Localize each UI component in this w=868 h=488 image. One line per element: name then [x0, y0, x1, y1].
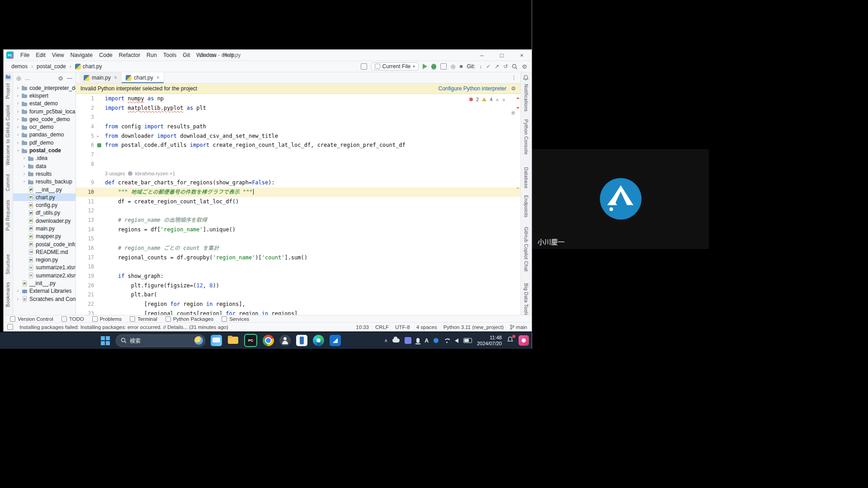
error-stripe-mark[interactable] [517, 107, 519, 108]
onedrive-icon[interactable] [392, 338, 400, 343]
close-tab-icon[interactable]: × [114, 75, 117, 81]
tree-item-ocr-demo[interactable]: ›ocr_demo [13, 123, 75, 131]
tree-chevron-icon[interactable]: › [16, 117, 20, 122]
toolwindow-button-terminal[interactable]: Terminal [130, 316, 157, 322]
tree-chevron-icon[interactable]: › [22, 164, 26, 169]
tree-item-config-py[interactable]: config.py [13, 201, 75, 209]
file-encoding[interactable]: UTF-8 [395, 324, 410, 330]
tree-item-forum-pc5bai-local[interactable]: ›forum_pc5bai_local_ [13, 108, 75, 115]
tree-item-geo-code-demo[interactable]: ›geo_code_demo [13, 115, 75, 123]
edge-button[interactable] [313, 335, 324, 346]
tool-stripe-commit[interactable]: Commit [5, 174, 10, 191]
tab-list-icon[interactable]: ⋮ [511, 74, 517, 81]
configure-interpreter-link[interactable]: Configure Python interpreter [438, 85, 506, 92]
interpreter-widget[interactable]: Python 3.11 (new_project) [443, 324, 504, 330]
search-everywhere-icon[interactable] [512, 64, 518, 70]
error-stripe-mark[interactable] [517, 98, 519, 99]
tree-chevron-icon[interactable]: › [22, 156, 26, 160]
recording-app-icon[interactable] [519, 335, 529, 346]
tree-chevron-icon[interactable]: › [16, 109, 20, 114]
clock-widget[interactable]: 11:48 2024/07/20 [477, 335, 502, 347]
code-editor[interactable]: 1import numpy as np2import matplotlib.py… [76, 94, 520, 315]
tool-stripe-welcome-to-github-copilot[interactable]: Welcome to GitHub Copilot [5, 105, 10, 165]
notifications-bell-icon[interactable] [523, 75, 529, 82]
fold-arrow-icon[interactable] [97, 131, 102, 141]
tree-item-init-py[interactable]: __init__.py [13, 279, 75, 287]
teams-icon[interactable] [405, 337, 411, 344]
tree-chevron-icon[interactable]: › [22, 172, 26, 176]
volume-icon[interactable] [455, 338, 458, 343]
tree-chevron-icon[interactable]: › [16, 149, 20, 153]
tree-item-data[interactable]: ›data [13, 162, 75, 170]
tree-item-pdf-demo[interactable]: ›pdf_demo [13, 139, 75, 146]
breadcrumb-chart-py[interactable]: chart.py [74, 63, 104, 70]
battery-icon[interactable] [463, 338, 472, 343]
menu-refactor[interactable]: Refactor [116, 51, 143, 59]
task-view-button[interactable] [211, 335, 222, 346]
tree-item-scratches-and-consoles[interactable]: ›Scratches and Consoles [13, 295, 75, 303]
project-options-icon[interactable]: ◎ [16, 75, 21, 81]
project-settings-gear-icon[interactable]: ⚙ [58, 75, 63, 81]
tree-item-idea[interactable]: ›.idea [13, 155, 75, 162]
menu-navigate[interactable]: Navigate [67, 51, 96, 59]
editor-menu-icon[interactable]: ≡ [511, 109, 515, 116]
file-explorer-button[interactable] [227, 335, 239, 346]
git-branch-widget[interactable]: main [510, 324, 527, 330]
tree-item-results-backup[interactable]: ›results_backup [13, 178, 75, 186]
tree-chevron-icon[interactable]: › [16, 125, 20, 129]
tree-item-mapper-py[interactable]: mapper.py [13, 233, 75, 240]
tab-chart-py[interactable]: chart.py× [122, 72, 164, 83]
tool-stripe-database[interactable]: Database [524, 167, 529, 188]
tree-chevron-icon[interactable]: › [22, 179, 26, 184]
tree-item-postal-code-info[interactable]: postal_code_info [13, 240, 75, 248]
hide-panel-icon[interactable]: — [67, 75, 72, 81]
tool-stripe-big-data-tools[interactable]: Big Data Tools [524, 283, 529, 315]
toolwindow-button-todo[interactable]: TODO [61, 316, 84, 322]
toolwindow-button-problems[interactable]: Problems [92, 316, 122, 322]
pycharm-taskbar-button[interactable]: PC [244, 334, 257, 347]
tree-item-results[interactable]: ›results [13, 170, 75, 178]
start-button[interactable] [100, 336, 110, 346]
tree-item-pandas-demo[interactable]: ›pandas_demo [13, 131, 75, 139]
contacts-button[interactable] [279, 335, 291, 346]
pinned-app-button[interactable] [330, 335, 341, 346]
tool-stripe-project[interactable]: Project [5, 83, 10, 99]
debug-button[interactable] [431, 64, 436, 70]
tool-stripe-python-console[interactable]: Python Console [524, 119, 529, 155]
tree-item-external-libraries[interactable]: ›External Libraries [13, 287, 75, 295]
menu-tools[interactable]: Tools [160, 51, 179, 59]
profiler-button[interactable]: ◎ [451, 64, 455, 69]
ime-mode-icon[interactable]: A [425, 338, 429, 344]
tree-item-init-py[interactable]: __init__.py [13, 186, 75, 193]
breadcrumb-postal-code[interactable]: postal_code [35, 63, 67, 70]
chrome-button[interactable] [263, 335, 274, 346]
breadcrumb-demos[interactable]: demos [10, 63, 29, 70]
toolwindow-button-python-packages[interactable]: Python Packages [165, 316, 214, 322]
menu-edit[interactable]: Edit [33, 51, 49, 59]
microphone-icon[interactable] [416, 338, 420, 343]
close-button[interactable]: × [512, 50, 532, 61]
phone-link-button[interactable] [296, 335, 307, 346]
git-commit-icon[interactable]: ✓ [486, 64, 491, 69]
next-problem-icon[interactable]: ∨ [502, 97, 505, 102]
stop-button[interactable]: ■ [459, 64, 462, 69]
menu-run[interactable]: Run [143, 51, 160, 59]
tree-item-postal-code[interactable]: ›postal_code [13, 146, 75, 154]
settings-gear-icon[interactable]: ⚙ [522, 64, 527, 70]
banner-gear-icon[interactable]: ⚙ [511, 85, 516, 92]
usages-hint[interactable]: 3 usageskbrahma-ryzen +1 [102, 169, 175, 178]
tree-chevron-icon[interactable]: › [16, 132, 20, 137]
tree-item-downloader-py[interactable]: downloader.py [13, 217, 75, 225]
tree-item-main-py[interactable]: main.py [13, 225, 75, 232]
tool-stripe-notifications[interactable]: Notifications [524, 84, 529, 112]
tool-stripe-pull-requests[interactable]: Pull Requests [5, 200, 10, 231]
tool-stripe-endpoints[interactable]: Endpoints [524, 195, 529, 217]
tool-stripe-structure[interactable]: Structure [5, 254, 10, 274]
toolwindow-button-version-control[interactable]: Version Control [10, 316, 53, 322]
project-tool-icon[interactable] [5, 74, 11, 80]
menu-code[interactable]: Code [96, 51, 116, 59]
git-update-icon[interactable]: ↓ [479, 64, 482, 69]
inspections-widget[interactable]: 2 4 ∧ ∨ [467, 96, 508, 103]
tree-item-summarize1-xlsm[interactable]: summarize1.xlsm [13, 264, 75, 272]
close-tab-icon[interactable]: × [156, 75, 160, 81]
